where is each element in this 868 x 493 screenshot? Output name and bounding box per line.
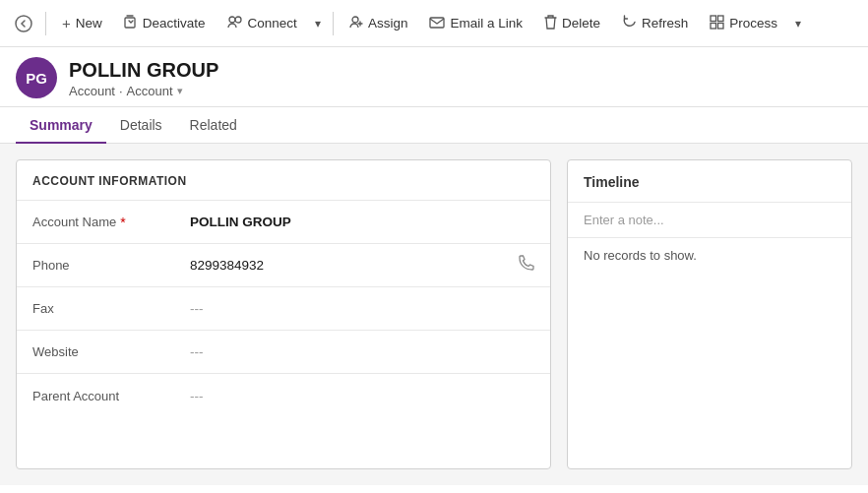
- account-fields: Account Name * POLLIN GROUP Phone 829938…: [17, 201, 550, 417]
- account-info-card: ACCOUNT INFORMATION Account Name * POLLI…: [16, 159, 551, 469]
- delete-label: Delete: [562, 16, 600, 31]
- record-subtitle[interactable]: Account · Account ▾: [69, 84, 218, 98]
- timeline-card: Timeline Enter a note... No records to s…: [567, 159, 852, 469]
- back-button[interactable]: [8, 8, 39, 39]
- email-link-label: Email a Link: [450, 16, 523, 31]
- more-dropdown-button[interactable]: ▾: [309, 6, 327, 41]
- field-value-website[interactable]: ---: [190, 344, 534, 359]
- connect-icon: [227, 15, 243, 31]
- avatar: PG: [16, 57, 57, 98]
- tabs-bar: Summary Details Related: [0, 107, 868, 144]
- svg-rect-7: [718, 16, 724, 22]
- note-placeholder-text: Enter a note...: [584, 213, 664, 227]
- timeline-empty-message: No records to show.: [568, 238, 851, 273]
- refresh-icon: [622, 15, 637, 32]
- tab-summary[interactable]: Summary: [16, 107, 106, 144]
- assign-icon: [349, 15, 363, 31]
- record-title: POLLIN GROUP: [69, 58, 218, 82]
- fax-value: ---: [190, 301, 204, 316]
- tab-details[interactable]: Details: [106, 107, 176, 144]
- phone-label-text: Phone: [32, 258, 70, 273]
- svg-point-3: [235, 17, 241, 23]
- deactivate-button[interactable]: Deactivate: [114, 6, 216, 41]
- tab-related-label: Related: [190, 117, 237, 133]
- process-icon: [710, 15, 724, 32]
- field-label-phone: Phone: [32, 258, 190, 273]
- refresh-button[interactable]: Refresh: [612, 6, 698, 41]
- tab-related[interactable]: Related: [176, 107, 251, 144]
- tab-summary-label: Summary: [30, 117, 93, 133]
- timeline-note-input[interactable]: Enter a note...: [568, 203, 851, 238]
- field-label-website: Website: [32, 344, 190, 359]
- process-label: Process: [729, 16, 777, 31]
- svg-rect-1: [125, 18, 135, 28]
- field-value-fax[interactable]: ---: [190, 301, 534, 316]
- deactivate-label: Deactivate: [143, 16, 206, 31]
- website-value: ---: [190, 344, 204, 359]
- svg-point-2: [229, 17, 235, 23]
- delete-icon: [544, 15, 557, 32]
- svg-rect-9: [718, 23, 724, 29]
- svg-rect-6: [711, 16, 716, 22]
- account-name-value: POLLIN GROUP: [190, 215, 291, 229]
- main-content: ACCOUNT INFORMATION Account Name * POLLI…: [0, 144, 868, 485]
- fax-label-text: Fax: [32, 301, 54, 316]
- deactivate-icon: [124, 15, 138, 31]
- field-label-parent-account: Parent Account: [32, 389, 190, 403]
- new-icon: +: [62, 15, 71, 31]
- subtitle-part1: Account: [69, 84, 115, 98]
- field-value-phone[interactable]: 8299384932: [190, 255, 534, 277]
- field-value-account-name[interactable]: POLLIN GROUP: [190, 215, 534, 229]
- delete-button[interactable]: Delete: [534, 6, 610, 41]
- phone-call-icon[interactable]: [517, 255, 534, 277]
- new-label: New: [76, 16, 102, 31]
- field-row-fax: Fax ---: [17, 287, 550, 331]
- field-label-fax: Fax: [32, 301, 190, 316]
- assign-button[interactable]: Assign: [340, 6, 418, 41]
- svg-rect-8: [711, 23, 716, 29]
- avatar-text: PG: [26, 70, 47, 87]
- record-info: POLLIN GROUP Account · Account ▾: [69, 58, 218, 98]
- field-value-parent-account[interactable]: ---: [190, 389, 534, 403]
- subtitle-separator: ·: [119, 84, 123, 98]
- new-button[interactable]: + New: [52, 6, 112, 41]
- field-row-website: Website ---: [17, 331, 550, 374]
- field-row-parent-account: Parent Account ---: [17, 374, 550, 417]
- website-label-text: Website: [32, 344, 79, 359]
- timeline-title: Timeline: [568, 160, 851, 203]
- phone-value: 8299384932: [190, 258, 264, 273]
- connect-label: Connect: [248, 16, 297, 31]
- toolbar: + New Deactivate Connect ▾: [0, 0, 868, 47]
- refresh-label: Refresh: [642, 16, 688, 31]
- tab-details-label: Details: [120, 117, 162, 133]
- email-link-button[interactable]: Email a Link: [419, 6, 532, 41]
- process-button[interactable]: Process: [700, 6, 787, 41]
- field-row-phone: Phone 8299384932: [17, 244, 550, 287]
- account-info-title: ACCOUNT INFORMATION: [17, 160, 550, 201]
- svg-point-4: [352, 17, 358, 23]
- field-label-account-name: Account Name *: [32, 215, 190, 230]
- svg-rect-5: [430, 18, 444, 28]
- parent-account-label-text: Parent Account: [32, 389, 119, 403]
- subtitle-part2: Account: [127, 84, 173, 98]
- parent-account-value: ---: [190, 389, 204, 403]
- account-name-label-text: Account Name: [32, 215, 116, 229]
- field-row-account-name: Account Name * POLLIN GROUP: [17, 201, 550, 244]
- process-dropdown-button[interactable]: ▾: [789, 6, 807, 41]
- connect-button[interactable]: Connect: [217, 6, 307, 41]
- svg-point-0: [16, 16, 31, 31]
- toolbar-divider-2: [333, 12, 334, 35]
- toolbar-divider-1: [45, 12, 46, 35]
- email-icon: [429, 15, 445, 31]
- record-header: PG POLLIN GROUP Account · Account ▾: [0, 47, 868, 107]
- assign-label: Assign: [368, 16, 408, 31]
- required-indicator: *: [120, 215, 125, 230]
- subtitle-chevron-icon: ▾: [177, 85, 183, 97]
